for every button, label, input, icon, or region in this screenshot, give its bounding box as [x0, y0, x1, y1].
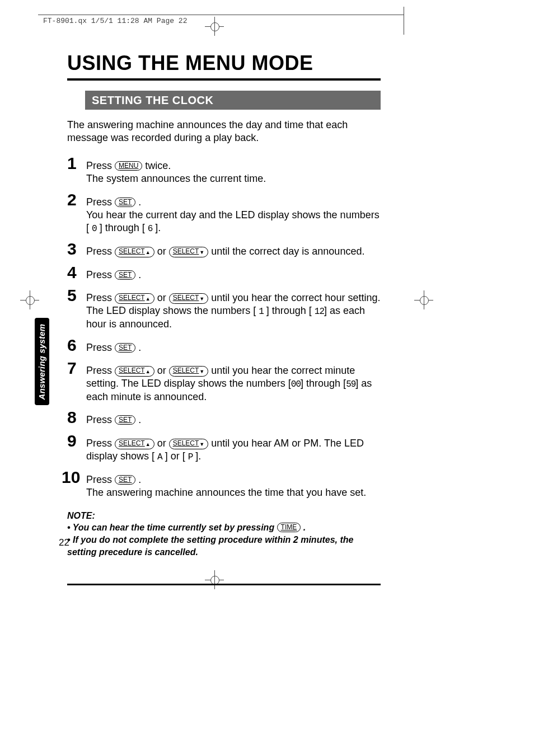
step-number: 9	[67, 433, 86, 449]
select-up-button-icon: SELECT▲	[115, 439, 154, 449]
led-digit: 6	[148, 224, 153, 234]
step-number: 8	[67, 409, 86, 426]
triangle-down-icon: ▼	[199, 248, 204, 257]
step-body: Press SET .	[86, 269, 141, 281]
select-up-button-icon: SELECT▲	[115, 366, 154, 377]
select-up-button-icon: SELECT▲	[115, 247, 154, 257]
step-9: 9 Press SELECT▲ or SELECT▼ until you hea…	[67, 433, 381, 463]
step-body: Press SELECT▲ or SELECT▼ until the corre…	[86, 245, 364, 258]
step-number: 2	[67, 191, 86, 208]
led-digit: 1	[259, 307, 264, 317]
step-number: 1	[67, 155, 86, 172]
step-4: 4 Press SET .	[67, 264, 381, 281]
led-digit: 12	[315, 307, 324, 317]
step-body: Press SET . The answering machine announ…	[86, 473, 366, 500]
select-down-button-icon: SELECT▼	[169, 293, 209, 304]
step-10: 10 Press SET . The answering machine ann…	[67, 469, 381, 500]
step-6: 6 Press SET .	[67, 337, 381, 354]
header-rule	[38, 15, 404, 15]
step-body: Press SET .	[86, 341, 141, 354]
triangle-down-icon: ▼	[199, 440, 204, 449]
footer-rule	[67, 584, 381, 585]
note-bullet-1: • You can hear the time currently set by…	[67, 522, 381, 534]
page-number: 22	[59, 537, 69, 548]
triangle-up-icon: ▲	[146, 248, 151, 257]
step-3: 3 Press SELECT▲ or SELECT▼ until the cor…	[67, 241, 381, 258]
triangle-down-icon: ▼	[199, 295, 204, 303]
set-button-icon: SET	[115, 415, 135, 425]
select-down-button-icon: SELECT▼	[169, 366, 209, 377]
select-down-button-icon: SELECT▼	[169, 439, 209, 449]
led-digit: A	[157, 452, 162, 462]
registration-mark-icon	[20, 290, 39, 309]
step-body: Press MENU twice. The system announces t…	[86, 159, 266, 186]
set-button-icon: SET	[115, 198, 135, 207]
step-1: 1 Press MENU twice. The system announces…	[67, 155, 381, 186]
note-bullet-2: • If you do not complete the setting pro…	[67, 534, 381, 558]
page: FT-8901.qx 1/5/1 11:28 AM Page 22 Answer…	[0, 0, 534, 756]
print-slug: FT-8901.qx 1/5/1 11:28 AM Page 22	[43, 17, 187, 25]
step-number: 3	[67, 241, 86, 257]
step-number: 7	[67, 360, 86, 377]
step-body: Press SET . You hear the current day and…	[86, 196, 381, 236]
time-button-icon: TIME	[277, 523, 301, 532]
step-7: 7 Press SELECT▲ or SELECT▼ until you hea…	[67, 360, 381, 404]
intro-text: The answering machine announces the day …	[67, 119, 381, 145]
step-8: 8 Press SET .	[67, 409, 381, 426]
step-5: 5 Press SELECT▲ or SELECT▼ until you hea…	[67, 287, 381, 331]
set-button-icon: SET	[115, 475, 135, 485]
led-digit: 0	[92, 224, 97, 234]
step-2: 2 Press SET . You hear the current day a…	[67, 191, 381, 236]
step-number: 5	[67, 287, 86, 304]
led-digit: 59	[346, 379, 355, 389]
led-digit: 00	[291, 379, 301, 389]
triangle-up-icon: ▲	[146, 368, 151, 376]
section-tab: Answering system	[35, 318, 49, 405]
select-up-button-icon: SELECT▲	[115, 293, 154, 304]
menu-button-icon: MENU	[115, 161, 142, 171]
step-body: Press SELECT▲ or SELECT▼ until you hear …	[86, 437, 381, 463]
step-body: Press SET .	[86, 414, 141, 426]
section-tab-label: Answering system	[38, 323, 47, 400]
registration-mark-icon	[414, 290, 433, 309]
set-button-icon: SET	[115, 270, 135, 280]
triangle-up-icon: ▲	[146, 440, 151, 449]
triangle-up-icon: ▲	[146, 295, 151, 303]
led-digit: P	[188, 452, 193, 462]
page-title: USING THE MENU MODE	[67, 51, 381, 81]
registration-mark-icon	[205, 17, 224, 36]
set-button-icon: SET	[115, 343, 135, 353]
step-number: 6	[67, 337, 86, 354]
content-area: USING THE MENU MODE SETTING THE CLOCK Th…	[67, 51, 381, 585]
crop-tick	[404, 7, 404, 35]
step-number: 4	[67, 264, 86, 281]
select-down-button-icon: SELECT▼	[169, 247, 209, 257]
step-number: 10	[62, 469, 86, 486]
section-heading: SETTING THE CLOCK	[85, 91, 381, 110]
step-body: Press SELECT▲ or SELECT▼ until you hear …	[86, 292, 381, 331]
step-body: Press SELECT▲ or SELECT▼ until you hear …	[86, 364, 381, 404]
note-heading: NOTE:	[67, 510, 381, 522]
note-block: NOTE: • You can hear the time currently …	[67, 510, 381, 558]
triangle-down-icon: ▼	[199, 368, 204, 376]
